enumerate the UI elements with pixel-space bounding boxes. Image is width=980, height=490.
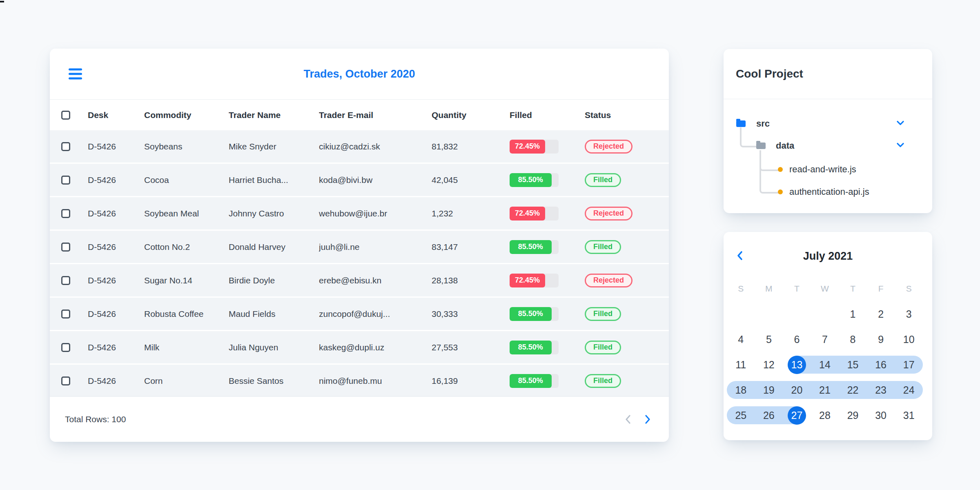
tree-item-authentication-api[interactable]: authentication-api.js <box>778 185 920 199</box>
select-all-checkbox[interactable] <box>61 111 70 120</box>
day-number: 28 <box>819 410 831 421</box>
calendar-day[interactable]: 16 <box>867 352 895 377</box>
day-number: 18 <box>735 384 746 396</box>
calendar-day[interactable]: 4 <box>727 327 755 352</box>
filled-progress-value: 72.45% <box>510 140 545 154</box>
status-cell: Filled <box>585 374 669 388</box>
page-title: Trades, October 2020 <box>50 68 669 80</box>
calendar-day[interactable]: 12 <box>755 352 783 377</box>
tree-item-label: src <box>756 118 770 129</box>
desk-cell: D-5426 <box>88 142 144 151</box>
trader-email-cell: cikiuz@cadzi.sk <box>319 142 432 151</box>
day-number: 16 <box>875 359 886 371</box>
folder-icon <box>756 143 766 149</box>
calendar-day[interactable]: 9 <box>867 327 895 352</box>
status-cell: Filled <box>585 240 669 254</box>
desk-cell: D-5426 <box>88 242 144 252</box>
calendar-day[interactable]: 21 <box>811 377 839 403</box>
desk-cell: D-5426 <box>88 376 144 386</box>
chevron-down-icon[interactable] <box>896 143 904 148</box>
chevron-down-icon[interactable] <box>896 120 904 126</box>
tree-item-label: data <box>776 140 794 151</box>
row-checkbox[interactable] <box>61 343 70 352</box>
tree-item-data[interactable]: data <box>756 138 920 153</box>
day-number: 25 <box>735 410 746 421</box>
calendar-weekday-row: SMTWTFS <box>727 276 923 301</box>
row-select-cell <box>61 343 88 352</box>
table-row: D-5426CornBessie Santosnimo@funeb.mu16,1… <box>50 365 669 397</box>
day-number: 8 <box>850 334 856 345</box>
calendar-day[interactable]: 18 <box>727 377 755 403</box>
trader-name-cell: Maud Fields <box>229 309 319 319</box>
column-header-status: Status <box>585 110 669 120</box>
column-header-filled: Filled <box>510 110 585 120</box>
next-page-icon[interactable] <box>644 414 651 425</box>
calendar-day[interactable]: 13 <box>783 352 811 377</box>
filled-progress-bar: 85.50% <box>510 173 559 187</box>
desk-cell: D-5426 <box>88 276 144 285</box>
row-checkbox[interactable] <box>61 276 70 285</box>
previous-page-icon[interactable] <box>625 414 631 425</box>
calendar-day[interactable]: 5 <box>755 327 783 352</box>
calendar-day[interactable]: 25 <box>727 403 755 428</box>
calendar-day[interactable]: 3 <box>895 301 923 327</box>
tree-item-src[interactable]: src <box>736 116 920 131</box>
calendar-day[interactable]: 10 <box>895 327 923 352</box>
calendar-day[interactable]: 23 <box>867 377 895 403</box>
calendar-day[interactable]: 22 <box>839 377 867 403</box>
filled-progress-bar: 85.50% <box>510 307 559 321</box>
calendar-day[interactable]: 27 <box>783 403 811 428</box>
total-rows-label: Total Rows: 100 <box>65 414 126 424</box>
calendar-day[interactable]: 11 <box>727 352 755 377</box>
status-badge: Rejected <box>585 207 633 220</box>
calendar-day[interactable]: 8 <box>839 327 867 352</box>
commodity-cell: Soybean Meal <box>144 209 229 218</box>
tree-item-read-and-write[interactable]: read-and-write.js <box>778 162 920 177</box>
calendar-day-empty <box>755 301 783 327</box>
calendar-day[interactable]: 14 <box>811 352 839 377</box>
calendar-day[interactable]: 6 <box>783 327 811 352</box>
calendar-day[interactable]: 29 <box>839 403 867 428</box>
tree-item-label: authentication-api.js <box>789 187 869 197</box>
tree-item-label: read-and-write.js <box>789 164 856 175</box>
day-number: 19 <box>763 384 775 396</box>
status-cell: Rejected <box>585 274 669 287</box>
row-checkbox[interactable] <box>61 376 70 385</box>
day-number: 11 <box>735 359 746 371</box>
quantity-cell: 81,832 <box>432 142 510 151</box>
row-select-cell <box>61 209 88 218</box>
filled-cell: 72.45% <box>510 140 585 154</box>
day-number: 10 <box>903 334 915 345</box>
table-row: D-5426MilkJulia Nguyenkaskeg@dupli.uz27,… <box>50 331 669 365</box>
calendar-day[interactable]: 20 <box>783 377 811 403</box>
column-header-trader: Trader Name <box>229 110 319 120</box>
calendar-day[interactable]: 28 <box>811 403 839 428</box>
column-header-quantity: Quantity <box>432 110 510 120</box>
status-badge: Filled <box>585 374 621 388</box>
calendar-month-title: July 2021 <box>724 250 932 263</box>
row-checkbox[interactable] <box>61 142 70 151</box>
calendar-day[interactable]: 15 <box>839 352 867 377</box>
filled-progress-bar: 85.50% <box>510 240 559 254</box>
calendar-day[interactable]: 30 <box>867 403 895 428</box>
row-checkbox[interactable] <box>61 243 70 252</box>
row-checkbox[interactable] <box>61 310 70 318</box>
calendar-day[interactable]: 1 <box>839 301 867 327</box>
calendar-day[interactable]: 26 <box>755 403 783 428</box>
filled-progress-bar: 85.50% <box>510 341 559 354</box>
commodity-cell: Sugar No.14 <box>144 276 229 285</box>
calendar-day[interactable]: 7 <box>811 327 839 352</box>
calendar-day[interactable]: 19 <box>755 377 783 403</box>
calendar-day[interactable]: 31 <box>895 403 923 428</box>
calendar-day[interactable]: 24 <box>895 377 923 403</box>
day-number: 15 <box>847 359 859 371</box>
calendar-week-row: 18192021222324 <box>727 377 923 403</box>
status-badge: Filled <box>585 240 621 254</box>
calendar-day[interactable]: 17 <box>895 352 923 377</box>
row-checkbox[interactable] <box>61 176 70 185</box>
row-checkbox[interactable] <box>61 209 70 218</box>
day-number: 26 <box>763 410 775 421</box>
commodity-cell: Milk <box>144 343 229 352</box>
calendar-day[interactable]: 2 <box>867 301 895 327</box>
commodity-cell: Cocoa <box>144 175 229 185</box>
